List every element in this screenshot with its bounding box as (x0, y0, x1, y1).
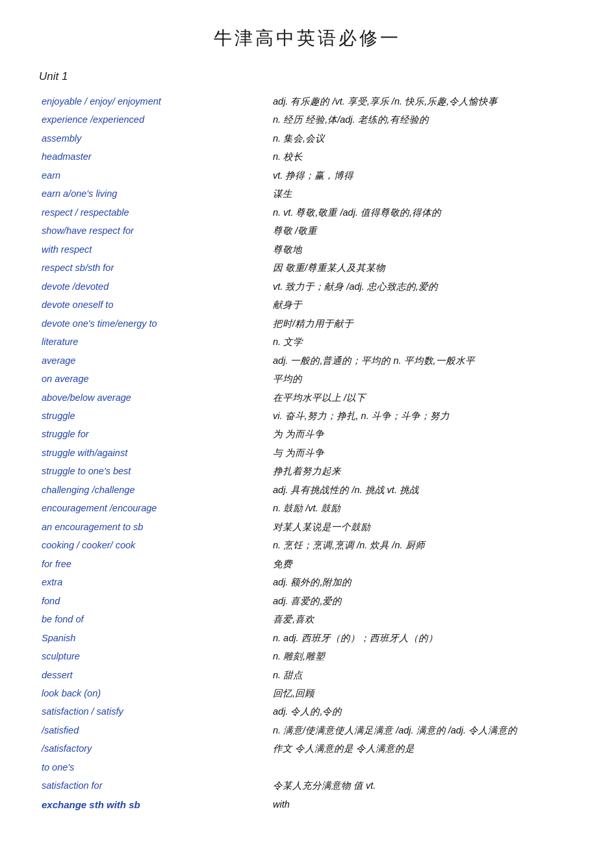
vocab-definition: n. 文学 (260, 333, 575, 351)
vocab-definition: n. 校长 (260, 147, 575, 166)
vocab-word: /satisfactory (39, 739, 260, 758)
vocab-word: with respect (39, 240, 260, 259)
vocab-word: struggle to one's best (39, 462, 260, 480)
vocab-definition: n. 甜点 (260, 666, 575, 684)
vocab-word: respect / respectable (39, 203, 260, 222)
vocab-definition: adj. 具有挑战性的 /n. 挑战 vt. 挑战 (260, 481, 575, 499)
vocab-table: enjoyable / enjoy/ enjoymentadj. 有乐趣的 /v… (39, 92, 575, 814)
vocab-definition: 与 为而斗争 (260, 444, 575, 462)
vocab-definition: vi. 奋斗,努力；挣扎, n. 斗争；斗争；努力 (260, 407, 575, 425)
vocab-word: sculpture (39, 647, 260, 665)
vocab-word: dessert (39, 666, 260, 684)
vocab-row: sculpturen. 雕刻,雕塑 (39, 647, 575, 665)
vocab-row: struggle for为 为而斗争 (39, 425, 575, 443)
vocab-row: /satisfactory作文 令人满意的是 令人满意的是 (39, 739, 575, 758)
vocab-definition: 把时/精力用于献于 (260, 314, 575, 333)
vocab-row: assemblyn. 集会,会议 (39, 129, 575, 147)
vocab-word: earn a/one's living (39, 185, 260, 203)
vocab-row: experience /experiencedn. 经历 经验,体/adj. 老… (39, 110, 575, 129)
vocab-definition: 对某人某说是一个鼓励 (260, 518, 575, 536)
vocab-word: show/have respect for (39, 222, 260, 240)
vocab-row: averageadj. 一般的,普通的；平均的 n. 平均数,一般水平 (39, 351, 575, 370)
vocab-word: struggle for (39, 425, 260, 443)
vocab-definition: 作文 令人满意的是 令人满意的是 (260, 739, 575, 758)
vocab-definition: adj. 令人的,令的 (260, 702, 575, 721)
vocab-definition: vt. 挣得；赢，博得 (260, 166, 575, 185)
vocab-row: literaturen. 文学 (39, 333, 575, 351)
vocab-definition: n. adj. 西班牙（的）；西班牙人（的） (260, 629, 575, 647)
vocab-definition: 回忆,回顾 (260, 684, 575, 702)
vocab-row: earnvt. 挣得；赢，博得 (39, 166, 575, 185)
vocab-word: assembly (39, 129, 260, 147)
vocab-word: satisfaction / satisfy (39, 702, 260, 721)
vocab-definition: 免费 (260, 555, 575, 573)
vocab-row: an encouragement to sb对某人某说是一个鼓励 (39, 518, 575, 536)
vocab-row: for free免费 (39, 555, 575, 573)
vocab-definition: adj. 喜爱的,爱的 (260, 592, 575, 610)
vocab-word: on average (39, 370, 260, 388)
vocab-word: look back (on) (39, 684, 260, 702)
vocab-word: respect sb/sth for (39, 259, 260, 277)
vocab-definition: adj. 有乐趣的 /vt. 享受,享乐 /n. 快乐,乐趣,令人愉快事 (260, 92, 575, 110)
vocab-definition: n. 满意/使满意使人满足满意 /adj. 满意的 /adj. 令人满意的 (260, 721, 575, 739)
vocab-definition: n. vt. 尊敬,敬重 /adj. 值得尊敬的,得体的 (260, 203, 575, 222)
vocab-word: experience /experienced (39, 110, 260, 129)
vocab-word: devote /devoted (39, 277, 260, 296)
vocab-definition: adj. 一般的,普通的；平均的 n. 平均数,一般水平 (260, 351, 575, 370)
unit-label: Unit 1 (39, 70, 575, 83)
vocab-row: challenging /challengeadj. 具有挑战性的 /n. 挑战… (39, 481, 575, 499)
vocab-row: above/below average在平均水平以上 /以下 (39, 389, 575, 407)
vocab-row: satisfaction for令某人充分满意物 值 vt. (39, 776, 575, 795)
vocab-row: on average平均的 (39, 370, 575, 388)
vocab-row: struggle to one's best挣扎着努力起来 (39, 462, 575, 480)
vocab-row: headmastern. 校长 (39, 147, 575, 166)
vocab-row: extraadj. 额外的,附加的 (39, 573, 575, 591)
vocab-row: enjoyable / enjoy/ enjoymentadj. 有乐趣的 /v… (39, 92, 575, 110)
vocab-word: struggle (39, 407, 260, 425)
vocab-word: challenging /challenge (39, 481, 260, 499)
vocab-word: for free (39, 555, 260, 573)
vocab-row: devote oneself to献身于 (39, 296, 575, 314)
vocab-row: respect sb/sth for因 敬重/尊重某人及其某物 (39, 259, 575, 277)
vocab-definition: 挣扎着努力起来 (260, 462, 575, 480)
vocab-definition: n. 烹饪；烹调,烹调 /n. 炊具 /n. 厨师 (260, 536, 575, 554)
vocab-row: devote one's time/energy to把时/精力用于献于 (39, 314, 575, 333)
vocab-definition: n. 雕刻,雕塑 (260, 647, 575, 665)
vocab-row: earn a/one's living谋生 (39, 185, 575, 203)
vocab-definition: n. 鼓励 /vt. 鼓励 (260, 499, 575, 517)
vocab-definition: adj. 额外的,附加的 (260, 573, 575, 591)
vocab-word: enjoyable / enjoy/ enjoyment (39, 92, 260, 110)
vocab-row: /satisfiedn. 满意/使满意使人满足满意 /adj. 满意的 /adj… (39, 721, 575, 739)
vocab-row: show/have respect for尊敬 /敬重 (39, 222, 575, 240)
vocab-definition: 在平均水平以上 /以下 (260, 389, 575, 407)
vocab-word: exchange sth with sb (39, 795, 260, 814)
vocab-word: to one's (39, 758, 260, 776)
vocab-definition (260, 758, 575, 776)
vocab-row: be fond of喜爱,喜欢 (39, 610, 575, 628)
vocab-word: /satisfied (39, 721, 260, 739)
vocab-word: literature (39, 333, 260, 351)
vocab-row: strugglevi. 奋斗,努力；挣扎, n. 斗争；斗争；努力 (39, 407, 575, 425)
vocab-word: cooking / cooker/ cook (39, 536, 260, 554)
vocab-row: respect / respectablen. vt. 尊敬,敬重 /adj. … (39, 203, 575, 222)
vocab-word: satisfaction for (39, 776, 260, 795)
vocab-definition: n. 集会,会议 (260, 129, 575, 147)
vocab-row: struggle with/against与 为而斗争 (39, 444, 575, 462)
vocab-definition: with (260, 795, 575, 814)
vocab-word: devote one's time/energy to (39, 314, 260, 333)
vocab-definition: n. 经历 经验,体/adj. 老练的,有经验的 (260, 110, 575, 129)
vocab-word: Spanish (39, 629, 260, 647)
vocab-definition: 令某人充分满意物 值 vt. (260, 776, 575, 795)
vocab-row: devote /devotedvt. 致力于；献身 /adj. 忠心致志的,爱的 (39, 277, 575, 296)
vocab-definition: vt. 致力于；献身 /adj. 忠心致志的,爱的 (260, 277, 575, 296)
vocab-definition: 平均的 (260, 370, 575, 388)
vocab-definition: 喜爱,喜欢 (260, 610, 575, 628)
vocab-word: encouragement /encourage (39, 499, 260, 517)
vocab-definition: 尊敬地 (260, 240, 575, 259)
vocab-row: encouragement /encouragen. 鼓励 /vt. 鼓励 (39, 499, 575, 517)
vocab-row: look back (on)回忆,回顾 (39, 684, 575, 702)
vocab-word: struggle with/against (39, 444, 260, 462)
vocab-definition: 尊敬 /敬重 (260, 222, 575, 240)
vocab-word: earn (39, 166, 260, 185)
vocab-definition: 因 敬重/尊重某人及其某物 (260, 259, 575, 277)
